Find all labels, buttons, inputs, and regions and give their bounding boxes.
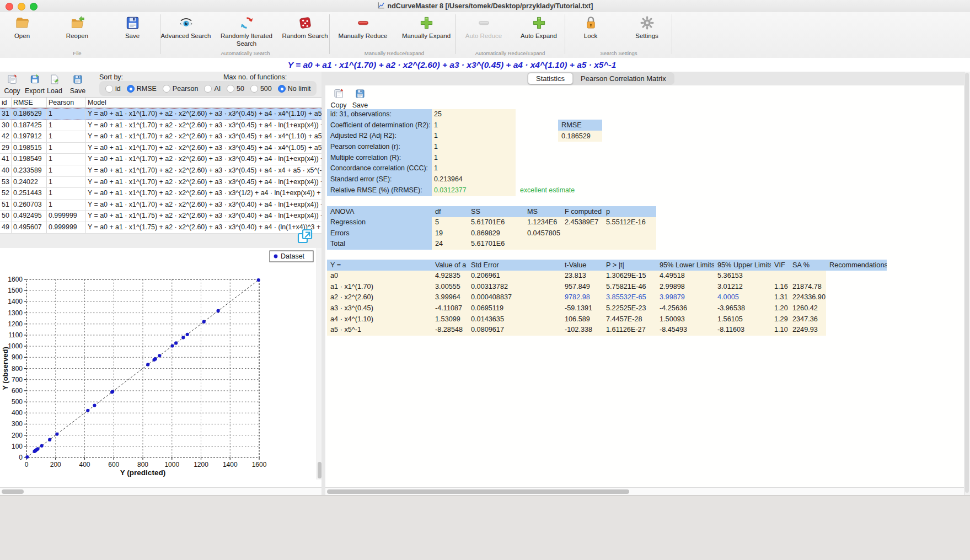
radio-50[interactable]: 50 [227, 85, 244, 93]
toolbar-separator [565, 14, 565, 54]
eye-icon [179, 15, 194, 30]
stat-value: 25 [432, 109, 516, 120]
toolbar-button-label: Auto Reduce [456, 33, 511, 40]
table-cell: 7.4457E-28 [603, 314, 656, 325]
toolbar-button-auto-expand[interactable]: Auto Expand [511, 15, 566, 40]
model-id: 40 [0, 165, 12, 176]
right-horizontal-scrollbar[interactable] [325, 487, 965, 495]
model-row-41[interactable]: 410.1985491Y = a0 + a1 · x1^(1.70) + a2 … [0, 154, 321, 165]
save-button[interactable]: Save [67, 74, 89, 95]
column-header-id[interactable]: id [0, 98, 12, 107]
load-button[interactable]: Load [44, 74, 66, 95]
table-cell: 5.55112E-16 [603, 217, 656, 228]
model-row-51[interactable]: 510.2607031Y = a0 + a1 · x1^(1.70) + a2 … [0, 200, 321, 211]
toolbar-button-label: Randomly Iterated Search [219, 33, 274, 47]
table-cell: 5.61701E6 [468, 239, 524, 250]
action-label: Save [67, 87, 89, 95]
svg-text:1600: 1600 [252, 461, 267, 469]
scrollbar-thumb[interactable] [327, 489, 629, 494]
column-header-rmse[interactable]: RMSE [12, 98, 47, 107]
toolbar-button-reopen[interactable]: Reopen [50, 15, 105, 40]
copy-button[interactable]: Copy [328, 88, 350, 109]
tab-statistics[interactable]: Statistics [528, 73, 573, 84]
stat-row: Pearson correlation (r):1 [327, 142, 575, 153]
column-header-p: p [603, 206, 656, 217]
table-cell: 9782.98 [561, 292, 603, 303]
toolbar-button-settings[interactable]: Settings [619, 15, 674, 40]
model-rmse: 0.186529 [12, 109, 47, 120]
table-cell: 5 [432, 217, 468, 228]
toolbar-button-save[interactable]: Save [105, 15, 160, 40]
table-cell [826, 292, 887, 303]
column-header-ms: MS [524, 206, 561, 217]
save-button[interactable]: Save [349, 88, 371, 109]
toolbar-button-lock[interactable]: Lock [563, 15, 618, 40]
toolbar-button-open[interactable]: Open [0, 15, 50, 40]
model-pearson: 1 [47, 109, 86, 120]
toolbar-button-label: Open [0, 33, 50, 40]
table-cell: 2249.93 [789, 325, 826, 336]
radio-rmse[interactable]: RMSE [127, 85, 157, 93]
table-cell: 19 [432, 228, 468, 239]
svg-text:400: 400 [79, 461, 90, 469]
toolbar-button-manually-reduce[interactable]: Manually Reduce [335, 15, 390, 40]
radio-no-limit[interactable]: No limit [278, 85, 311, 93]
radio-pearson[interactable]: Pearson [163, 85, 199, 93]
model-row-49[interactable]: 490.4956070.999999Y = a0 + a1 · x1^(1.75… [0, 222, 321, 234]
table-row: a04.928350.20696123.8131.30629E-154.4951… [327, 271, 887, 282]
model-row-31[interactable]: 310.1865291Y = a0 + a1 · x1^(1.70) + a2 … [0, 108, 321, 120]
model-row-29[interactable]: 290.1985151Y = a0 + a1 · x1^(1.70) + a2 … [0, 143, 321, 154]
svg-text:Dataset: Dataset [281, 252, 305, 260]
model-row-42[interactable]: 420.1979121Y = a0 + a1 · x1^(1.70) + a2 … [0, 131, 321, 143]
right-vertical-scrollbar[interactable] [964, 72, 970, 495]
stat-value: 0.0312377 [432, 185, 516, 196]
table-cell [524, 239, 561, 250]
svg-text:600: 600 [108, 461, 119, 469]
table-cell: 0.869829 [468, 228, 524, 239]
radio-500[interactable]: 500 [250, 85, 272, 93]
table-cell: 5.75821E-46 [603, 282, 656, 293]
table-cell: 1.20 [771, 303, 789, 314]
scrollbar-thumb[interactable] [318, 462, 321, 478]
radio-dot [204, 85, 212, 93]
model-row-52[interactable]: 520.2514431Y = a0 + a1 · x1^(1.70) + a2 … [0, 188, 321, 200]
svg-text:1100: 1100 [8, 331, 23, 339]
close-button[interactable] [6, 3, 13, 10]
scrollbar-thumb[interactable] [2, 489, 24, 494]
model-rmse: 0.24022 [12, 177, 47, 188]
model-row-50[interactable]: 500.4924950.999999Y = a0 + a1 · x1^(1.75… [0, 211, 321, 222]
open-folder-icon [15, 15, 30, 30]
max-functions-group: 50500No limit [221, 81, 317, 96]
export-button[interactable]: Export [24, 74, 46, 95]
table-cell: 4.0005 [714, 292, 771, 303]
column-header-pearson[interactable]: Pearson [47, 98, 86, 107]
toolbar-separator [672, 14, 672, 54]
toolbar-separator [160, 14, 160, 54]
model-row-53[interactable]: 530.240221Y = a0 + a1 · x1^(1.70) + a2 ·… [0, 177, 321, 189]
left-vertical-scrollbar[interactable] [317, 248, 321, 480]
copy-button[interactable]: Copy [1, 74, 23, 95]
model-equation: Y = a0 + a1 · x1^(1.75) + a2 · x2^(2.60)… [86, 222, 321, 233]
toolbar-button-advanced-search[interactable]: Advanced Search [158, 15, 213, 40]
radio-id[interactable]: id [105, 85, 121, 93]
zoom-button[interactable] [30, 3, 37, 10]
tab-pearson-correlation-matrix[interactable]: Pearson Correlation Matrix [573, 73, 674, 84]
model-row-30[interactable]: 300.1874251Y = a0 + a1 · x1^(1.70) + a2 … [0, 120, 321, 132]
model-equation: Y = a0 + a1 · x1^(1.70) + a2 · x2^(2.60)… [86, 120, 321, 131]
left-horizontal-scrollbar[interactable] [0, 487, 321, 495]
svg-text:1500: 1500 [8, 287, 23, 294]
minimize-button[interactable] [18, 3, 25, 10]
toolbar-button-randomly-iterated-search[interactable]: Randomly Iterated Search [219, 15, 274, 47]
scrollbar-thumb[interactable] [965, 73, 969, 493]
open-plot-in-window-button[interactable] [297, 228, 313, 245]
model-row-40[interactable]: 400.2335891Y = a0 + a1 · x1^(1.70) + a2 … [0, 165, 321, 177]
table-cell: -8.45493 [656, 325, 714, 336]
toolbar-group-caption-file: File [73, 50, 81, 56]
main-toolbar: OpenReopenSaveAdvanced SearchRandomly It… [0, 12, 970, 58]
toolbar-button-random-search[interactable]: Random Search [277, 15, 333, 40]
toolbar-button-manually-expand[interactable]: Manually Expand [399, 15, 454, 40]
table-cell: 3.01212 [714, 282, 771, 293]
table-cell: Errors [327, 228, 432, 239]
table-row: Regression55.61701E61.1234E62.45389E75.5… [327, 217, 656, 228]
column-header-model[interactable]: Model [86, 98, 321, 107]
